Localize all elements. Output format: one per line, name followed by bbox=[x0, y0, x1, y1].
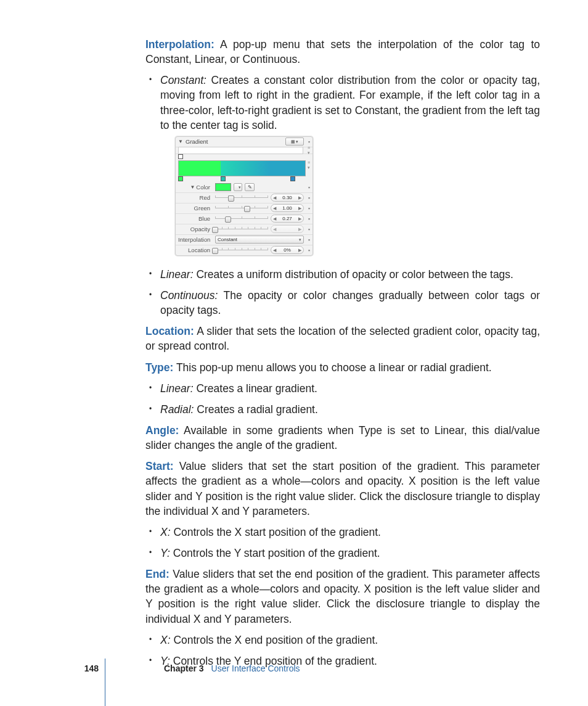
color-tag-left[interactable] bbox=[178, 176, 183, 181]
blue-value-stepper[interactable]: ◀0.27▶ bbox=[271, 215, 304, 223]
linear-label: Linear: bbox=[160, 268, 194, 281]
location-term: Location: bbox=[145, 325, 194, 337]
linear-text: Creates a uniform distribution of opacit… bbox=[194, 268, 513, 281]
start-x-text: Controls the X start position of the gra… bbox=[171, 526, 381, 538]
constant-text: Creates a constant color distribution fr… bbox=[160, 74, 540, 131]
type-list: Linear: Creates a linear gradient. Radia… bbox=[145, 381, 540, 417]
type-text: This pop-up menu allows you to choose a … bbox=[173, 361, 491, 374]
red-value-stepper[interactable]: ◀0.30▶ bbox=[271, 194, 304, 202]
preview-side-icons: ≡▾ bbox=[308, 160, 310, 176]
blue-slider[interactable] bbox=[215, 216, 268, 222]
opacity-row: Opacity ◀▶ ▪ bbox=[176, 224, 312, 235]
opacity-slider[interactable] bbox=[215, 226, 268, 232]
content-column: Interpolation: A pop-up menu that sets t… bbox=[76, 37, 540, 668]
page-number: 148 bbox=[74, 663, 99, 675]
eyedropper-icon[interactable]: ✎ bbox=[245, 183, 255, 191]
color-well[interactable] bbox=[215, 183, 231, 191]
row-handle-icon: ▪ bbox=[306, 236, 310, 244]
gradient-preview-bar[interactable] bbox=[178, 160, 306, 176]
row-handle-icon: ▪ bbox=[306, 205, 310, 212]
row-handle-icon: ▪ bbox=[306, 184, 310, 191]
disclosure-down-icon: ▼ bbox=[190, 184, 195, 191]
red-label: Red bbox=[178, 194, 213, 202]
gradient-header-label: Gradient bbox=[186, 138, 283, 146]
row-handle-icon: ▪ bbox=[306, 138, 310, 146]
interpolation-item-linear: Linear: Creates a uniform distribution o… bbox=[145, 267, 540, 282]
location-label: Location bbox=[178, 246, 213, 254]
start-x-label: X: bbox=[160, 526, 171, 538]
green-value: 1.00 bbox=[282, 205, 292, 211]
type-linear-label: Linear: bbox=[160, 382, 194, 395]
location-value: 0% bbox=[284, 247, 291, 253]
interpolation-paragraph: Interpolation: A pop-up menu that sets t… bbox=[145, 37, 540, 67]
red-slider[interactable] bbox=[215, 195, 268, 201]
end-paragraph: End: Value sliders that set the end posi… bbox=[145, 567, 540, 626]
chapter-title: User Interface Controls bbox=[211, 663, 300, 675]
start-list: X: Controls the X start position of the … bbox=[145, 525, 540, 560]
type-linear-text: Creates a linear gradient. bbox=[194, 382, 317, 395]
blue-label: Blue bbox=[178, 215, 213, 223]
type-item-linear: Linear: Creates a linear gradient. bbox=[145, 381, 540, 396]
interpolation-item-constant: Constant: Creates a constant color distr… bbox=[145, 73, 540, 256]
disclosure-down-icon: ▼ bbox=[178, 138, 183, 145]
continuous-text: The opacity or color changes gradually b… bbox=[160, 289, 540, 316]
continuous-label: Continuous: bbox=[160, 289, 218, 302]
type-term: Type: bbox=[145, 361, 173, 374]
location-value-stepper[interactable]: ◀0%▶ bbox=[271, 246, 304, 254]
blue-value: 0.27 bbox=[282, 215, 292, 222]
gradient-header-row: ▼ Gradient ▦ ▾ ▪ bbox=[176, 137, 312, 147]
color-header-row: ▼ Color ▾ ✎ ▪ bbox=[176, 183, 312, 193]
interpolation-list: Constant: Creates a constant color distr… bbox=[145, 73, 540, 318]
footer: 148 Chapter 3 User Interface Controls bbox=[74, 663, 540, 675]
end-x-label: X: bbox=[160, 634, 171, 646]
angle-paragraph: Angle: Available in some gradients when … bbox=[145, 423, 540, 453]
opacity-tag[interactable] bbox=[178, 154, 183, 159]
start-paragraph: Start: Value sliders that set the start … bbox=[145, 459, 540, 519]
row-handle-icon: ▪ bbox=[306, 247, 310, 254]
type-radial-label: Radial: bbox=[160, 403, 194, 416]
red-value: 0.30 bbox=[282, 194, 292, 201]
color-tag-center[interactable] bbox=[221, 176, 226, 181]
start-text: Value sliders that set the start positio… bbox=[145, 460, 540, 517]
opacity-value-stepper[interactable]: ◀▶ bbox=[271, 225, 304, 233]
color-header-label: Color bbox=[196, 183, 210, 191]
angle-text: Available in some gradients when Type is… bbox=[145, 424, 540, 451]
color-tag-bar bbox=[176, 176, 312, 183]
gradient-preset-popup[interactable]: ▦ ▾ bbox=[285, 138, 304, 146]
constant-label: Constant: bbox=[160, 74, 206, 86]
end-item-x: X: Controls the X end position of the gr… bbox=[145, 633, 540, 647]
start-y-text: Controls the Y start position of the gra… bbox=[170, 547, 380, 559]
green-row: Green ◀1.00▶ ▪ bbox=[176, 203, 312, 214]
red-row: Red ◀0.30▶ ▪ bbox=[176, 193, 312, 203]
start-y-label: Y: bbox=[160, 547, 170, 559]
start-item-y: Y: Controls the Y start position of the … bbox=[145, 546, 540, 560]
color-tag-right[interactable] bbox=[290, 176, 295, 181]
interpolation-value: Constant bbox=[218, 236, 237, 243]
location-paragraph: Location: A slider that sets the locatio… bbox=[145, 324, 540, 353]
opacity-top-strip: ≡▾ bbox=[176, 147, 312, 154]
type-item-radial: Radial: Creates a radial gradient. bbox=[145, 402, 540, 417]
gradient-preview: ≡▾ bbox=[176, 160, 312, 176]
green-value-stepper[interactable]: ◀1.00▶ bbox=[271, 204, 304, 212]
green-label: Green bbox=[178, 204, 213, 212]
opacity-label: Opacity bbox=[178, 225, 213, 233]
color-well-menu[interactable]: ▾ bbox=[234, 183, 242, 191]
type-paragraph: Type: This pop-up menu allows you to cho… bbox=[145, 360, 540, 375]
location-slider[interactable] bbox=[215, 247, 268, 253]
start-item-x: X: Controls the X start position of the … bbox=[145, 525, 540, 540]
row-handle-icon: ▪ bbox=[306, 226, 310, 233]
end-term: End: bbox=[145, 568, 169, 580]
row-handle-icon: ▪ bbox=[306, 194, 310, 202]
opacity-tag-bar bbox=[176, 154, 312, 160]
popup-caret-icon: ▾ bbox=[299, 237, 301, 243]
interpolation-popup[interactable]: Constant ▾ bbox=[215, 236, 304, 244]
chapter-label: Chapter 3 bbox=[164, 663, 204, 675]
green-slider[interactable] bbox=[215, 205, 268, 211]
opacity-strip-bar[interactable] bbox=[178, 147, 303, 154]
interpolation-term: Interpolation: bbox=[145, 38, 214, 51]
interpolation-row: Interpolation Constant ▾ ▪ bbox=[176, 235, 312, 245]
interpolation-label: Interpolation bbox=[178, 236, 213, 244]
row-handle-icon: ▪ bbox=[306, 215, 310, 223]
start-term: Start: bbox=[145, 460, 174, 472]
interpolation-item-continuous: Continuous: The opacity or color changes… bbox=[145, 288, 540, 318]
